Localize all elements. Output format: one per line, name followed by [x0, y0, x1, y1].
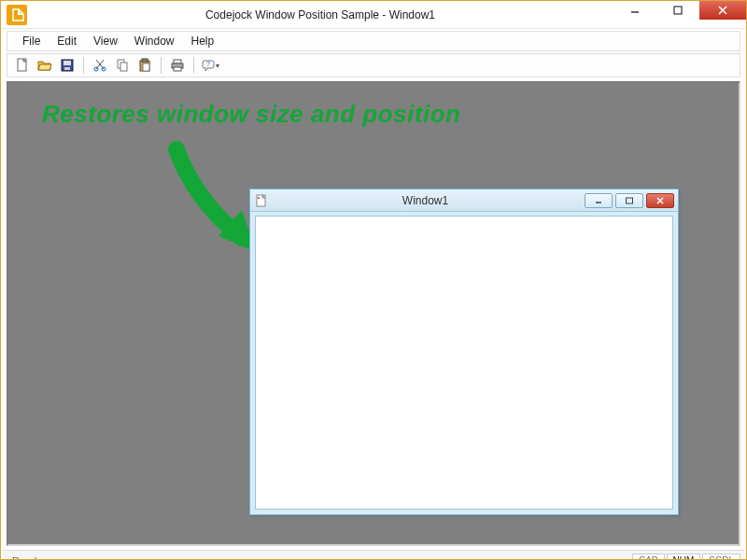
maximize-icon: [625, 197, 634, 204]
cut-icon: [92, 58, 107, 73]
svg-rect-7: [64, 67, 70, 70]
menu-file[interactable]: File: [15, 33, 48, 49]
menu-view[interactable]: View: [86, 33, 125, 49]
maximize-icon: [673, 6, 683, 15]
child-close-button[interactable]: [646, 193, 674, 208]
app-icon: [7, 5, 27, 25]
toolbar-separator: [161, 57, 162, 74]
svg-rect-26: [627, 198, 633, 203]
title-bar: Codejock Window Position Sample - Window…: [1, 1, 746, 29]
close-icon: [718, 6, 727, 15]
callout-text: Restores window size and position: [42, 100, 460, 129]
new-file-icon: [15, 58, 30, 73]
maximize-button[interactable]: [656, 1, 699, 20]
copy-button[interactable]: [113, 56, 132, 75]
open-button[interactable]: [35, 56, 54, 75]
status-bar: Ready CAP NUM SCRL: [3, 550, 744, 560]
copy-icon: [115, 58, 130, 73]
close-icon: [655, 197, 665, 204]
child-window-title: Window1: [269, 194, 582, 207]
menu-help[interactable]: Help: [184, 33, 222, 49]
svg-text:?: ?: [206, 61, 210, 67]
new-button[interactable]: [13, 56, 32, 75]
svg-point-24: [258, 197, 260, 199]
indicator-cap: CAP: [632, 553, 665, 560]
svg-rect-19: [174, 67, 181, 71]
menu-window[interactable]: Window: [127, 33, 182, 49]
indicator-num: NUM: [667, 553, 701, 560]
menu-edit[interactable]: Edit: [49, 33, 84, 49]
help-icon: ?: [201, 58, 215, 73]
svg-rect-15: [142, 59, 148, 62]
paste-icon: [137, 58, 152, 73]
status-message: Ready: [7, 555, 630, 561]
document-icon: [254, 193, 269, 208]
cut-button[interactable]: [91, 56, 109, 75]
mdi-workspace: Restores window size and position Window…: [7, 81, 740, 546]
child-minimize-button[interactable]: [585, 193, 613, 208]
svg-rect-6: [63, 61, 71, 65]
open-folder-icon: [37, 58, 52, 73]
window-title: Codejock Window Position Sample - Window…: [27, 8, 613, 21]
paste-button[interactable]: [135, 56, 154, 75]
minimize-icon: [594, 197, 603, 204]
toolbar-separator: [83, 57, 84, 74]
save-button[interactable]: [58, 56, 77, 75]
svg-rect-1: [674, 7, 682, 14]
minimize-button[interactable]: [613, 1, 656, 20]
print-button[interactable]: [168, 56, 187, 75]
toolbar: ? ▾: [7, 53, 740, 77]
about-button[interactable]: ? ▾: [201, 56, 219, 75]
child-window[interactable]: Window1: [249, 189, 679, 515]
svg-rect-13: [120, 63, 127, 71]
window-controls: [613, 1, 746, 28]
menu-bar: File Edit View Window Help: [7, 31, 740, 51]
svg-rect-17: [174, 60, 181, 63]
svg-rect-16: [143, 63, 149, 71]
print-icon: [170, 58, 185, 73]
save-disk-icon: [60, 58, 75, 73]
minimize-icon: [630, 6, 640, 15]
dropdown-arrow-icon: ▾: [216, 62, 219, 70]
toolbar-separator: [193, 57, 194, 74]
child-client-area[interactable]: [255, 216, 673, 510]
close-button[interactable]: [699, 1, 746, 20]
child-maximize-button[interactable]: [615, 193, 643, 208]
indicator-scrl: SCRL: [702, 553, 740, 560]
child-title-bar[interactable]: Window1: [250, 189, 678, 212]
